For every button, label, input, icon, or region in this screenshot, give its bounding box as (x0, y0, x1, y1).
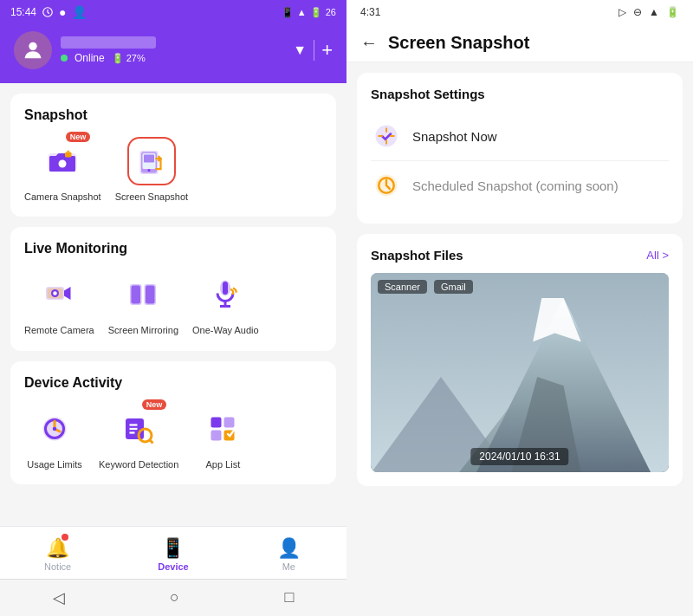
wifi-right-icon: ▲ (649, 6, 659, 18)
phone-icon: 📱 (282, 7, 294, 18)
header: Online 🔋 27% ▼ + (0, 24, 346, 83)
play-icon: ▷ (619, 6, 626, 18)
battery-percent: 26 (326, 7, 336, 17)
svg-line-27 (150, 439, 153, 443)
android-nav: ◁ ○ □ (0, 579, 346, 616)
alarm-icon (42, 6, 54, 18)
nav-device[interactable]: 📱 Device (115, 534, 230, 575)
usage-limits-icon-box (30, 405, 79, 453)
screen-snapshot-label: Screen Snapshot (115, 191, 188, 203)
chevron-down-icon[interactable]: ▼ (293, 42, 307, 58)
svg-point-9 (147, 169, 150, 172)
right-content: Snapshot Settings Snapshot Now (346, 62, 693, 616)
user-info: Online 🔋 27% (61, 36, 156, 64)
svg-rect-31 (211, 417, 222, 427)
mountain-svg (371, 273, 669, 472)
snapshot-section: Snapshot New Camera Snapshot (10, 94, 336, 217)
battery-display: 🔋 27% (112, 53, 146, 64)
screen-snapshot-icon-box (127, 137, 176, 185)
nav-device-label: Device (158, 561, 188, 572)
svg-rect-8 (144, 155, 154, 163)
notice-badge (62, 534, 68, 541)
status-bar-right-content: 📱 ▲ 🔋 26 (282, 7, 336, 18)
circle-minus-icon: ⊖ (633, 6, 642, 18)
keyword-detection-icon (123, 413, 154, 444)
svg-point-1 (29, 42, 36, 50)
remote-camera-label: Remote Camera (24, 324, 94, 336)
bell-icon: 🔔 (46, 537, 69, 560)
live-monitoring-title: Live Monitoring (24, 241, 322, 256)
one-way-audio-item[interactable]: One-Way Audio (192, 270, 259, 336)
app-list-icon (207, 413, 238, 444)
snapshot-now-label: Snapshot Now (412, 129, 497, 144)
screen-mirroring-item[interactable]: Screen Mirroring (108, 270, 178, 336)
nav-notice[interactable]: 🔔 Notice (0, 534, 115, 575)
svg-point-3 (59, 160, 67, 168)
right-panel: 4:31 ▷ ⊖ ▲ 🔋 ← Screen Snapshot Snapshot … (346, 0, 693, 616)
screen-mirroring-icon-box (119, 270, 167, 319)
snapshot-now-icon (371, 120, 402, 152)
right-header: ← Screen Snapshot (346, 24, 693, 62)
header-user: Online 🔋 27% (14, 31, 156, 69)
remote-camera-item[interactable]: Remote Camera (24, 270, 94, 336)
screen-snapshot-item[interactable]: Screen Snapshot (115, 137, 188, 203)
person-icon: 👤 (277, 537, 301, 560)
user-status: Online 🔋 27% (61, 52, 156, 64)
svg-point-24 (53, 426, 57, 431)
remote-camera-icon-box (35, 270, 83, 319)
screen-mirroring-label: Screen Mirroring (108, 324, 178, 336)
nav-me-label: Me (282, 561, 295, 572)
recents-android-btn[interactable]: □ (284, 588, 294, 607)
one-way-audio-label: One-Way Audio (192, 324, 259, 336)
home-android-btn[interactable]: ○ (170, 588, 179, 607)
right-page-title: Screen Snapshot (388, 33, 529, 53)
files-all-link[interactable]: All > (646, 249, 669, 262)
camera-snapshot-icon-box: New (38, 137, 87, 185)
keyword-detection-icon-box: New (114, 405, 163, 453)
time-display: 15:44 (10, 6, 36, 18)
svg-rect-15 (132, 286, 141, 304)
nav-notice-label: Notice (44, 561, 71, 572)
scheduled-snapshot-item: Scheduled Snapshot (coming soon) (371, 161, 669, 210)
app-list-item[interactable]: App List (192, 405, 253, 470)
snapshot-settings-title: Snapshot Settings (371, 87, 669, 101)
battery-icon: 🔋 (310, 7, 322, 18)
svg-rect-33 (211, 430, 222, 440)
keyword-detection-item[interactable]: New Keyword Detection (99, 405, 178, 470)
svg-rect-17 (146, 286, 155, 304)
usage-limits-icon (39, 413, 70, 444)
keyword-detection-text: Keyword Detection (99, 459, 178, 470)
scheduled-snapshot-icon (371, 170, 402, 201)
snapshot-thumbnail[interactable]: Scanner Gmail 2024/01/10 16:31 (371, 273, 669, 472)
status-bar-left: 15:44 ● 👤 📱 ▲ 🔋 26 (0, 0, 346, 24)
nav-me[interactable]: 👤 Me (231, 534, 346, 575)
snapshot-section-title: Snapshot (24, 107, 322, 123)
camera-snapshot-label: Camera Snapshot (24, 191, 101, 203)
usage-limits-item[interactable]: Usage Limits (24, 405, 85, 470)
svg-rect-19 (223, 282, 228, 295)
device-icon: 📱 (161, 537, 185, 560)
snapshot-files-card: Snapshot Files All > (357, 234, 683, 486)
back-android-btn[interactable]: ◁ (53, 588, 65, 607)
device-activity-section: Device Activity Usage Limits (10, 361, 336, 484)
camera-snapshot-badge: New (66, 132, 91, 142)
camera-snapshot-item[interactable]: New Camera Snapshot (24, 137, 101, 203)
svg-rect-32 (224, 417, 235, 427)
dot-icon: ● (59, 5, 66, 19)
screen-mirroring-icon (127, 279, 159, 310)
usage-limits-label: Usage Limits (27, 458, 82, 470)
image-labels: Scanner Gmail (378, 280, 473, 294)
divider (314, 40, 314, 61)
user-icon: 👤 (72, 5, 87, 19)
image-timestamp: 2024/01/10 16:31 (470, 448, 568, 465)
keyword-detection-badge: New (142, 399, 167, 410)
files-title: Snapshot Files (371, 248, 463, 263)
status-bar-left-content: 15:44 ● 👤 (10, 5, 87, 19)
battery-percent-label: 27% (126, 53, 146, 63)
back-button[interactable]: ← (360, 33, 378, 53)
main-content: Snapshot New Camera Snapshot (0, 83, 346, 526)
user-name-blurred (61, 36, 156, 49)
add-icon[interactable]: + (321, 39, 333, 62)
snapshot-now-item[interactable]: Snapshot Now (371, 112, 669, 161)
bottom-nav: 🔔 Notice 📱 Device 👤 Me (0, 526, 346, 579)
